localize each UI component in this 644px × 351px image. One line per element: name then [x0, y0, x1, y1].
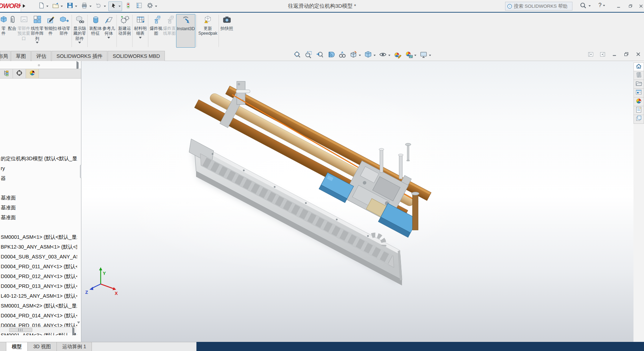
- take-snapshot-button[interactable]: 拍快照: [220, 14, 233, 48]
- assembly-features-button[interactable]: 装配体 特征: [89, 14, 102, 48]
- mate-button[interactable]: 配合: [7, 14, 17, 48]
- ribbon-tab-草图[interactable]: 草图: [11, 51, 31, 61]
- search-submit-button[interactable]: [579, 2, 591, 9]
- instant3d-button[interactable]: Instant3D: [176, 14, 195, 48]
- hide-show-items-dropdown-icon[interactable]: [388, 55, 390, 57]
- print-dropdown-icon[interactable]: [89, 6, 92, 8]
- view-orientation-button[interactable]: [349, 50, 361, 60]
- right-end-post[interactable]: [411, 192, 419, 230]
- search-dropdown-icon[interactable]: [589, 5, 591, 8]
- bill-of-materials-button[interactable]: 材料明 细表: [134, 14, 147, 48]
- view-orientation-dropdown-icon[interactable]: [359, 55, 361, 57]
- open-folder-button[interactable]: [51, 1, 64, 11]
- minimize-button[interactable]: [610, 51, 619, 59]
- tree-row[interactable]: D0004_SUB_ASSY_003_ANY_ASM<1: [0, 252, 77, 262]
- section-view-button[interactable]: [327, 50, 335, 60]
- traffic-light-button[interactable]: [123, 1, 133, 11]
- new-motion-study-button[interactable]: 新建运 动算例: [118, 14, 131, 48]
- ribbon-tab-solidworks-mbd[interactable]: SOLIDWORKS MBD: [108, 51, 165, 61]
- cursor-dropdown-icon[interactable]: [119, 6, 121, 8]
- zoom-to-fit-button[interactable]: [293, 50, 301, 60]
- move-component-button[interactable]: 移动零 部件: [57, 14, 71, 48]
- hide-show-items-button[interactable]: [379, 50, 390, 60]
- appearances-tab[interactable]: [633, 97, 644, 106]
- pane-left-button[interactable]: [586, 51, 595, 59]
- dynamic-annotation-views-button[interactable]: A: [338, 50, 346, 60]
- show-hidden-components-button[interactable]: 显示隐 藏的零 部件: [73, 14, 86, 48]
- update-speedpak-button[interactable]: 更新 Speedpak: [198, 14, 217, 48]
- new-doc-button[interactable]: [36, 1, 49, 11]
- save-button[interactable]: [65, 1, 78, 11]
- tree-row[interactable]: 器: [0, 173, 77, 183]
- restore-button[interactable]: [626, 2, 635, 10]
- close-button[interactable]: [634, 51, 643, 59]
- list-view-button[interactable]: [134, 1, 144, 11]
- propertymanager-tab[interactable]: [13, 69, 26, 78]
- pane-right-button[interactable]: [598, 51, 607, 59]
- restore-button[interactable]: [622, 51, 631, 59]
- tree-row[interactable]: SM0001_ASM<1> (默认<默认_显示状: [0, 232, 77, 242]
- scroll-right-button[interactable]: [72, 328, 76, 335]
- panel-grip-dot[interactable]: [38, 64, 40, 66]
- view-settings-dropdown-icon[interactable]: [429, 55, 431, 57]
- save-dropdown-icon[interactable]: [75, 6, 77, 8]
- search-box[interactable]: ?: [505, 2, 572, 11]
- new-doc-dropdown-icon[interactable]: [46, 6, 48, 8]
- apply-scene-dropdown-icon[interactable]: [414, 55, 416, 57]
- bottom-tab-item[interactable]: 运动算例 1: [57, 342, 92, 351]
- tree-row[interactable]: D0004_PRD_011_ANY<1> (默认<<默: [0, 262, 77, 271]
- cursor-button[interactable]: [108, 1, 122, 11]
- open-folder-dropdown-icon[interactable]: [61, 6, 63, 8]
- help-dropdown-icon[interactable]: [603, 5, 605, 7]
- tree-row[interactable]: 的定位机构3D模型 (默认<默认_显示状: [0, 154, 77, 163]
- tree-row[interactable]: [0, 183, 77, 193]
- gear-dropdown-icon[interactable]: [155, 6, 157, 8]
- ribbon-tab-solidworks-插件[interactable]: SOLIDWORKS 插件: [52, 51, 107, 61]
- home-tab[interactable]: [633, 62, 644, 71]
- view-palette-tab[interactable]: [633, 89, 644, 97]
- undo-button[interactable]: [94, 1, 107, 11]
- file-explorer-tab[interactable]: [633, 80, 644, 89]
- bill-of-materials-dropdown-icon[interactable]: [139, 37, 142, 40]
- exploded-view-button[interactable]: 爆炸视 图: [149, 14, 163, 48]
- help-button[interactable]: ?: [598, 2, 605, 8]
- tree-row[interactable]: 基准面: [0, 193, 77, 203]
- ribbon-tab-评估[interactable]: 评估: [31, 51, 51, 61]
- featuremanager-tab[interactable]: [0, 69, 13, 78]
- graphics-viewport[interactable]: Y X Z: [81, 61, 633, 342]
- scrollbar-grip[interactable]: [9, 328, 32, 332]
- show-hidden-components-dropdown-icon[interactable]: [78, 42, 81, 45]
- bottom-tab-item[interactable]: 3D 视图: [28, 342, 57, 351]
- menu-flyout-arrow-icon[interactable]: [21, 0, 28, 12]
- gear-button[interactable]: [145, 1, 158, 11]
- previous-view-button[interactable]: [316, 50, 324, 60]
- tree-scroll-down-button[interactable]: [76, 320, 81, 326]
- design-library-tab[interactable]: [633, 71, 644, 80]
- linear-component-pattern-button[interactable]: 线性零 部件阵 列: [31, 14, 44, 48]
- minimize-button[interactable]: [614, 2, 623, 10]
- tree-row[interactable]: [0, 222, 77, 232]
- close-button[interactable]: [636, 2, 644, 10]
- tree-row[interactable]: 基准面: [0, 212, 77, 222]
- flyout-arrow-icon[interactable]: [76, 62, 80, 69]
- smart-fasteners-button[interactable]: 智能扣 件: [44, 14, 57, 48]
- tree-row[interactable]: BPK12-30_ANY_ASM<1> (默认<默认: [0, 242, 77, 252]
- configurationmanager-tab[interactable]: [26, 69, 39, 78]
- tree-row[interactable]: D0004_PRD_012_ANY<1> (默认<<默: [0, 271, 77, 281]
- panel-horizontal-scrollbar[interactable]: [0, 327, 76, 333]
- edit-appearance-button[interactable]: [394, 50, 402, 60]
- insert-component-button[interactable]: 零 件: [0, 14, 7, 48]
- undo-dropdown-icon[interactable]: [104, 6, 106, 8]
- linear-component-pattern-dropdown-icon[interactable]: [36, 42, 39, 45]
- apply-scene-button[interactable]: [405, 50, 416, 60]
- tree-row[interactable]: SM0001_ASM<2> (默认<默认_显示状: [0, 301, 77, 311]
- tree-row[interactable]: D0004_PRD_013_ANY<1> (默认<<默: [0, 281, 77, 291]
- custom-properties-tab[interactable]: [633, 106, 644, 115]
- reference-geometry-button[interactable]: 参考几 何体: [102, 14, 115, 48]
- bottom-tab-model[interactable]: 模型: [6, 342, 28, 351]
- tree-row[interactable]: 基准面: [0, 203, 77, 212]
- zoom-to-area-button[interactable]: [304, 50, 313, 60]
- tree-row[interactable]: ry: [0, 163, 77, 173]
- search-input[interactable]: [514, 4, 572, 9]
- ribbon-tab-布局[interactable]: 布局: [0, 51, 11, 61]
